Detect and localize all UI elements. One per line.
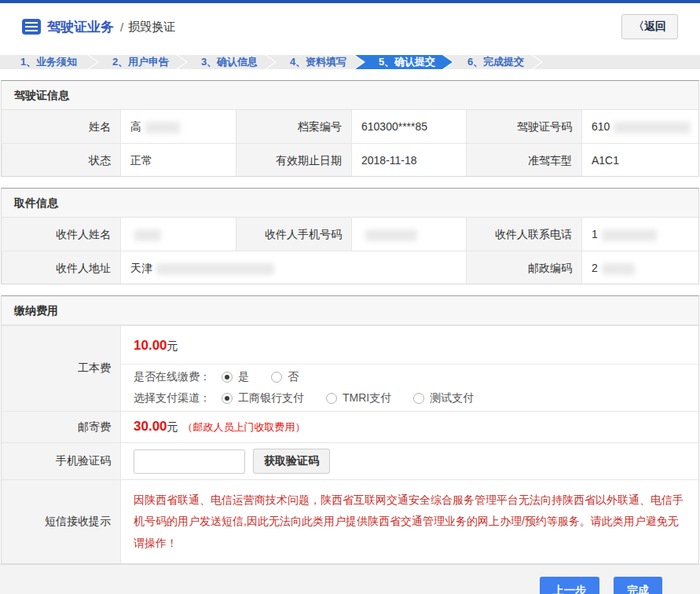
field-value-recipient-phone: 1 [581,218,698,251]
sms-notice-text: 因陕西省联通、电信运营商技术问题，陕西省互联网交通安全综合服务管理平台无法向持陕… [120,480,698,563]
radio-checked-icon[interactable] [222,393,233,404]
radio-option-no[interactable]: 否 [271,370,299,384]
postage-note: （邮政人员上门收取费用） [183,421,306,433]
field-label-status: 状态 [2,143,120,176]
radio-option-tmri[interactable]: TMRI支付 [326,391,391,405]
redacted-value [365,229,417,241]
radio-option-test-label: 测试支付 [430,391,474,405]
field-label-license-number: 驾驶证号码 [466,110,581,143]
online-pay-question: 是否在线缴费： [134,370,211,384]
back-label: 返回 [644,20,666,32]
radio-option-no-label: 否 [288,370,299,384]
radio-option-tmri-label: TMRI支付 [343,391,391,405]
radio-option-test[interactable]: 测试支付 [413,391,474,405]
postage-cell: 30.00元（邮政人员上门收取费用） [120,412,698,442]
page-header: 驾驶证业务 / 损毁换证 〈返回 [0,3,700,47]
field-value-name: 高 [120,110,236,143]
redacted-value [145,122,180,134]
field-value-postal-code: 2 [581,251,698,284]
payment-section-title: 缴纳费用 [2,296,698,325]
field-label-recipient-phone: 收件人联系电话 [466,218,581,251]
page-title: 驾驶证业务 [47,18,114,36]
pay-channel-question-line: 选择支付渠道： 工商银行支付 TMRI支付 测试支付 [121,390,698,411]
fee-amount: 10.00 [134,338,167,353]
step-bar: 1、业务须知 2、用户申告 3、确认信息 4、资料填写 5、确认提交 6、完成提… [0,55,700,69]
step-2: 2、用户申告 [89,55,186,69]
fee-row: 工本费 10.00元 是否在线缴费： 是 否 选择支付渠道： 工商银行支付 TM… [2,325,698,411]
field-label-file-number: 档案编号 [236,110,351,143]
breadcrumb-separator: / [120,20,123,34]
field-value-vehicle-class: A1C1 [581,143,698,176]
field-label-recipient-name: 收件人姓名 [2,218,120,251]
pickup-info-section: 取件信息 收件人姓名 收件人手机号码 收件人联系电话 1 收件人地址 天津 邮政… [1,188,699,284]
field-label-postal-code: 邮政编码 [466,251,581,284]
radio-option-icbc[interactable]: 工商银行支付 [222,391,304,405]
footer-bar: 上一步 完成 [0,564,700,594]
step-3: 3、确认信息 [178,55,275,69]
radio-unchecked-icon[interactable] [413,393,424,404]
payment-section: 缴纳费用 工本费 10.00元 是否在线缴费： 是 否 选择支付渠道： 工商银行… [1,295,699,564]
field-label-recipient-mobile: 收件人手机号码 [236,218,351,251]
field-label-vehicle-class: 准驾车型 [466,143,581,176]
get-sms-code-button[interactable]: 获取验证码 [253,449,330,474]
field-value-expiry-date: 2018-11-18 [351,143,466,176]
field-value-license-number: 610 [581,110,698,143]
field-label-name: 姓名 [2,110,120,143]
field-label-fee: 工本费 [2,326,120,411]
redacted-value [134,229,161,241]
sms-code-input[interactable] [134,449,245,474]
radio-option-icbc-label: 工商银行支付 [238,391,304,405]
fee-cell: 10.00元 是否在线缴费： 是 否 选择支付渠道： 工商银行支付 TMRI支付… [120,326,698,411]
redacted-value [156,263,274,275]
pickup-table: 收件人姓名 收件人手机号码 收件人联系电话 1 收件人地址 天津 邮政编码 2 [2,218,698,284]
license-section-title: 驾驶证信息 [2,81,698,110]
list-icon [22,19,41,35]
field-value-recipient-address: 天津 [120,251,466,284]
radio-option-yes[interactable]: 是 [222,370,249,384]
step-5-active: 5、确认提交 [355,55,453,69]
previous-step-button[interactable]: 上一步 [540,577,599,594]
step-6: 6、完成提交 [444,55,541,69]
field-label-recipient-address: 收件人地址 [2,251,120,284]
postage-unit: 元 [167,420,178,433]
field-label-expiry-date: 有效期止日期 [236,143,351,176]
step-1: 1、业务须知 [0,55,97,69]
field-label-sms-notice: 短信接收提示 [2,480,120,563]
breadcrumb-current: 损毁换证 [128,20,175,35]
field-label-postage: 邮寄费 [2,412,120,442]
back-chevron-icon: 〈 [633,20,644,32]
radio-checked-icon[interactable] [222,372,233,383]
fee-unit: 元 [167,339,178,352]
field-value-status: 正常 [120,143,236,176]
finish-button[interactable]: 完成 [614,577,662,594]
radio-option-yes-label: 是 [238,370,249,384]
postage-amount: 30.00 [134,419,167,434]
back-button[interactable]: 〈返回 [621,14,678,39]
license-info-section: 驾驶证信息 姓名 高 档案编号 610300****85 驾驶证号码 610 状… [1,80,699,177]
redacted-value [602,229,657,241]
radio-unchecked-icon[interactable] [326,393,337,404]
sms-code-row: 手机验证码 获取验证码 [2,442,698,479]
online-pay-question-line: 是否在线缴费： 是 否 [121,365,698,390]
pay-channel-question: 选择支付渠道： [134,391,211,405]
field-value-recipient-mobile [351,218,466,251]
postage-row: 邮寄费 30.00元（邮政人员上门收取费用） [2,411,698,442]
sms-notice-row: 短信接收提示 因陕西省联通、电信运营商技术问题，陕西省互联网交通安全综合服务管理… [2,479,698,563]
step-4: 4、资料填写 [266,55,364,69]
pickup-section-title: 取件信息 [2,189,698,218]
field-label-sms-code: 手机验证码 [2,443,120,479]
step-bar-filler [533,55,700,69]
sms-code-cell: 获取验证码 [120,443,698,479]
field-value-file-number: 610300****85 [351,110,466,143]
radio-unchecked-icon[interactable] [271,372,282,383]
field-value-recipient-name [120,218,236,251]
redacted-value [602,263,635,275]
page: 驾驶证业务 / 损毁换证 〈返回 1、业务须知 2、用户申告 3、确认信息 4、… [0,0,700,594]
fee-amount-line: 10.00元 [121,326,698,365]
license-table: 姓名 高 档案编号 610300****85 驾驶证号码 610 状态 正常 有… [2,110,698,176]
redacted-value [614,122,691,134]
